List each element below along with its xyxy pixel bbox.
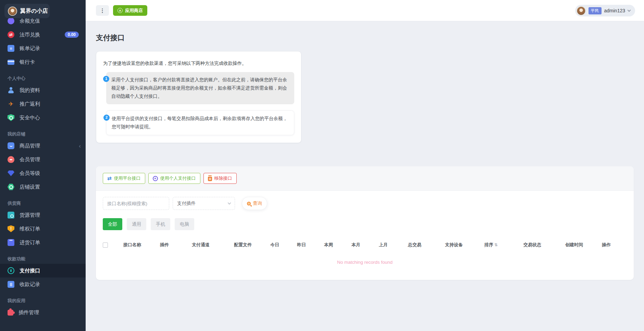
trash-icon [208, 177, 212, 181]
security-shield-icon [8, 114, 14, 121]
wallet-icon [8, 18, 14, 24]
sidebar-item-members[interactable]: 会员管理 [0, 153, 86, 166]
payment-plugin-select[interactable]: 支付插件 [173, 197, 235, 210]
app-store-button[interactable]: A 应用商店 [113, 5, 147, 16]
chevron-left-icon: ‹ [79, 143, 81, 149]
chevron-down-icon [228, 201, 231, 204]
select-all-header [103, 239, 123, 251]
sidebar-item-balance-recharge[interactable]: 余额充值 [0, 18, 86, 28]
filter-row: 支付插件 查询 [103, 197, 627, 210]
shop-avatar [8, 7, 17, 16]
step-number-badge: 2 [103, 115, 110, 121]
app-store-label: 应用商店 [125, 8, 143, 14]
sidebar-item-plugins[interactable]: 插件管理 [0, 306, 86, 319]
col-payment-channel: 支付通道 [192, 239, 234, 251]
sidebar-item-promotion[interactable]: 推广返利 [0, 97, 86, 111]
currency-exchange-icon [8, 31, 14, 38]
sidebar-item-profile[interactable]: 我的资料 [0, 83, 86, 97]
sidebar-item-label: 店铺设置 [20, 184, 40, 190]
sidebar-item-currency-exchange[interactable]: 法币兑换 0.00 [0, 28, 86, 42]
select-all-checkbox[interactable] [103, 243, 108, 248]
sidebar-item-label: 会员管理 [20, 156, 40, 163]
tab-mobile[interactable]: 手机 [151, 218, 170, 230]
collection-records-icon [8, 281, 14, 288]
tab-desktop[interactable]: 电脑 [175, 218, 194, 230]
col-plugin: 插件 [160, 239, 192, 251]
notice-step-2: 2 使用平台提供的支付接口，每笔交易扣除商品成本后，剩余款项将存入您的平台余额，… [106, 110, 294, 135]
tab-all[interactable]: 全部 [103, 218, 122, 230]
sidebar-item-security[interactable]: 安全中心 [0, 111, 86, 125]
remove-interface-button[interactable]: 移除接口 [203, 173, 237, 184]
dispute-icon [8, 225, 14, 232]
sidebar-item-shop-settings[interactable]: 店铺设置 [0, 180, 86, 194]
goods-icon [8, 142, 14, 149]
bill-records-icon [8, 45, 14, 52]
user-role-badge: 平民 [589, 7, 602, 14]
sidebar-item-label: 我的资料 [20, 87, 40, 94]
col-interface-name: 接口名称 [123, 239, 160, 251]
interface-panel: 使用平台接口 使用个人支付接口 移除接口 支付插件 [96, 166, 634, 280]
sidebar-item-label: 法币兑换 [20, 32, 40, 38]
sidebar-item-label: 会员等级 [20, 170, 40, 177]
sidebar-item-bank-card[interactable]: 银行卡 [0, 55, 86, 69]
use-platform-interface-button[interactable]: 使用平台接口 [103, 173, 145, 184]
col-sort: 排序⇅ [484, 239, 523, 251]
col-last-month: 上月 [379, 239, 408, 251]
kebab-menu-button[interactable] [96, 5, 109, 16]
col-this-month: 本月 [351, 239, 379, 251]
sort-arrows-icon[interactable]: ⇅ [494, 243, 498, 247]
col-created-time: 创建时间 [565, 239, 602, 251]
user-avatar [577, 6, 586, 15]
purchase-order-icon [8, 239, 14, 246]
interface-name-search-input[interactable] [103, 197, 169, 210]
member-level-icon [8, 170, 14, 176]
notice-intro: 为了便捷地设置您的收款渠道，您可采纳以下两种方法完成收款操作。 [103, 60, 294, 67]
section-header-personal: 个人中心 [0, 74, 86, 83]
sidebar-item-collection-records[interactable]: 收款记录 [0, 277, 86, 291]
sidebar-item-dispute-orders[interactable]: 维权订单 [0, 222, 86, 236]
sidebar-item-label: 推广返利 [20, 101, 40, 107]
sidebar-item-purchase-orders[interactable]: 进货订单 [0, 236, 86, 249]
main-area: A 应用商店 平民 admin123 支付接口 为了便捷地设置您的收款渠道，您可… [86, 0, 644, 331]
sidebar-item-goods[interactable]: 商品管理 ‹ [0, 139, 86, 153]
notice-card: 为了便捷地设置您的收款渠道，您可采纳以下两种方法完成收款操作。 1 采用个人支付… [96, 51, 301, 143]
sidebar-item-label: 支付接口 [20, 268, 40, 274]
select-value: 支付插件 [177, 200, 196, 206]
sidebar-menu: 余额充值 法币兑换 0.00 账单记录 银行卡 个人中心 我的资料 [0, 18, 86, 331]
section-header-supplier: 供货商 [0, 199, 86, 208]
use-personal-interface-button[interactable]: 使用个人支付接口 [148, 173, 200, 184]
page-title: 支付接口 [96, 33, 634, 43]
col-actions: 操作 [602, 239, 627, 251]
sidebar-item-label: 商品管理 [20, 143, 40, 149]
user-menu[interactable]: 平民 admin123 [575, 5, 635, 16]
sidebar-item-payment-interface[interactable]: 支付接口 [0, 264, 86, 277]
step-text: 采用个人支付接口，客户的付款将直接进入您的账户。但在此之前，请确保您的平台余额足… [111, 77, 287, 99]
app-store-icon: A [117, 8, 123, 13]
sidebar-item-label: 余额充值 [20, 18, 40, 24]
sidebar-item-label: 收款记录 [20, 281, 40, 288]
tab-general[interactable]: 通用 [127, 218, 146, 230]
device-tabs: 全部 通用 手机 电脑 [103, 218, 627, 230]
col-transaction-status: 交易状态 [523, 239, 565, 251]
step-number-badge: 1 [103, 76, 109, 82]
shop-title: 翼界の小店 [20, 8, 48, 15]
panel-body: 支付插件 查询 全部 通用 手机 电脑 [96, 191, 634, 268]
query-button[interactable]: 查询 [242, 197, 267, 210]
sidebar-item-supply[interactable]: 货源管理 [0, 208, 86, 222]
user-name: admin123 [604, 8, 626, 13]
shop-logo[interactable]: 翼界の小店 [4, 4, 50, 18]
payment-interface-icon [8, 267, 14, 274]
empty-message: No matching records found [103, 251, 627, 268]
sidebar-item-member-level[interactable]: 会员等级 [0, 166, 86, 180]
sidebar-item-bill-records[interactable]: 账单记录 [0, 42, 86, 55]
sidebar-item-label: 安全中心 [20, 115, 40, 121]
circle-plus-icon [153, 176, 158, 181]
empty-row: No matching records found [103, 251, 627, 268]
balance-badge: 0.00 [65, 32, 79, 38]
supply-icon [8, 212, 14, 218]
chevron-down-icon [628, 8, 631, 12]
bank-card-icon [8, 60, 14, 65]
col-supported-devices: 支持设备 [445, 239, 484, 251]
sidebar-item-label: 账单记录 [20, 45, 40, 52]
col-yesterday: 昨日 [297, 239, 324, 251]
